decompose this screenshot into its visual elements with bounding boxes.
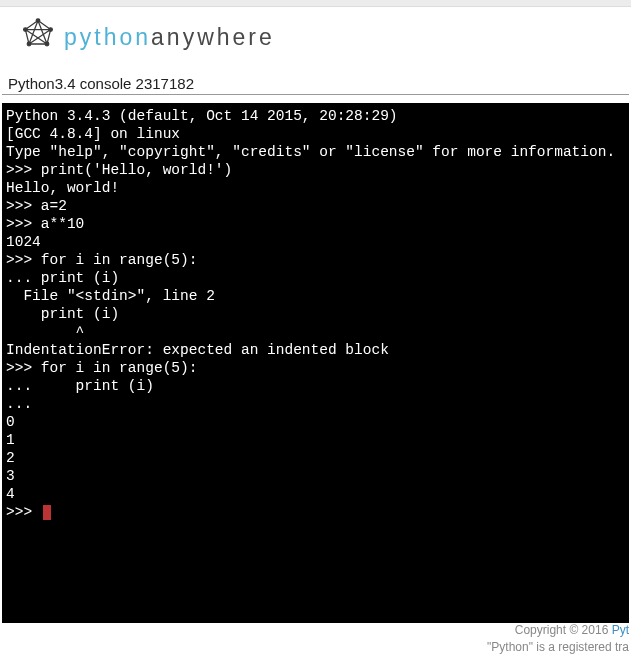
brand-logo[interactable]: pythonanywhere [20,17,275,57]
terminal-line: >>> a=2 [6,197,625,215]
terminal-line: ... [6,395,625,413]
terminal-line: Type "help", "copyright", "credits" or "… [6,143,625,161]
terminal[interactable]: Python 3.4.3 (default, Oct 14 2015, 20:2… [2,103,629,623]
terminal-line: print (i) [6,305,625,323]
brand-text: pythonanywhere [64,24,275,51]
terminal-line: 1 [6,431,625,449]
console-title: Python3.4 console 2317182 [2,71,629,95]
terminal-cursor [43,505,51,520]
terminal-line: >>> for i in range(5): [6,359,625,377]
copyright-prefix: Copyright © 2016 [515,623,612,637]
terminal-line: ... print (i) [6,269,625,287]
svg-point-8 [45,42,49,46]
svg-point-6 [36,19,40,23]
terminal-line: Python 3.4.3 (default, Oct 14 2015, 20:2… [6,107,625,125]
terminal-line: >>> print('Hello, world!') [6,161,625,179]
terminal-line: 3 [6,467,625,485]
brand-part2: anywhere [151,24,275,50]
svg-point-10 [24,28,28,32]
terminal-line: >>> [6,503,625,521]
terminal-line: 2 [6,449,625,467]
copyright-link[interactable]: Pyt [612,623,629,637]
terminal-line: [GCC 4.8.4] on linux [6,125,625,143]
terminal-line: ... print (i) [6,377,625,395]
terminal-line: 1024 [6,233,625,251]
terminal-line: >>> for i in range(5): [6,251,625,269]
site-header: pythonanywhere [0,7,631,63]
svg-point-7 [49,28,53,32]
brand-part1: python [64,24,151,50]
window-topbar [0,0,631,7]
trademark-text: "Python" is a registered tra [487,639,629,656]
terminal-line: File "<stdin>", line 2 [6,287,625,305]
pythonanywhere-logo-icon [20,17,56,57]
terminal-line: Hello, world! [6,179,625,197]
terminal-line: >>> a**10 [6,215,625,233]
terminal-line: IndentationError: expected an indented b… [6,341,625,359]
terminal-line: 4 [6,485,625,503]
terminal-line: ^ [6,323,625,341]
svg-point-9 [27,42,31,46]
terminal-line: 0 [6,413,625,431]
page-footer: Copyright © 2016 Pyt "Python" is a regis… [487,622,631,656]
